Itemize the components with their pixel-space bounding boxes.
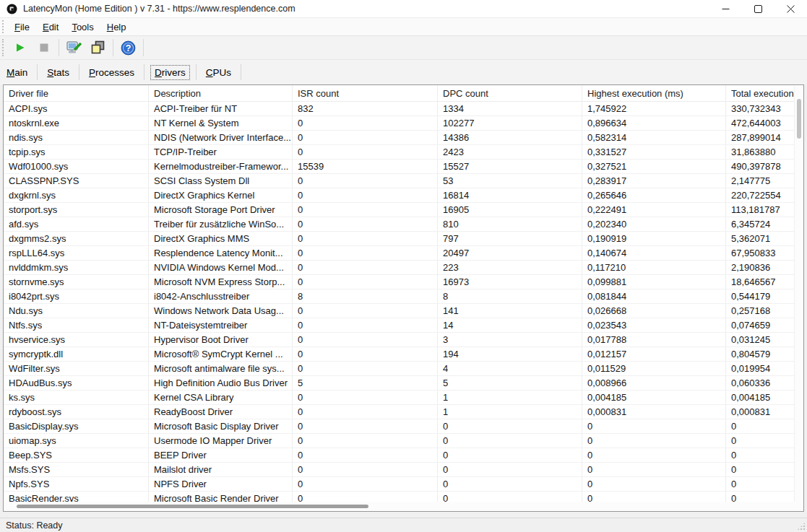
cell-isr-count: 0 — [293, 203, 438, 217]
minimize-icon — [722, 5, 730, 13]
minimize-button[interactable] — [709, 0, 742, 17]
cell-total-execution: 0,019954 — [726, 362, 794, 375]
window-title: LatencyMon (Home Edition ) v 7.31 - http… — [23, 4, 295, 14]
table-row[interactable]: tcpip.sys TCP/IP-Treiber 0 2423 0,331527… — [4, 145, 794, 160]
menu-edit[interactable]: Edit — [36, 19, 65, 35]
table-row[interactable]: stornvme.sys Microsoft NVM Express Storp… — [4, 275, 794, 289]
cell-driver-file: Beep.SYS — [4, 448, 149, 462]
cell-driver-file: rspLLL64.sys — [4, 246, 149, 260]
copy-report-button[interactable] — [87, 38, 108, 58]
cell-driver-file: dxgmms2.sys — [4, 232, 149, 245]
cell-highest-execution: 0,202340 — [582, 217, 726, 231]
cell-isr-count: 0 — [293, 347, 438, 361]
table-row[interactable]: Ndu.sys Windows Network Data Usag... 0 1… — [4, 304, 794, 318]
tab-processes[interactable]: Processes — [89, 64, 134, 81]
toolbar-gripper[interactable] — [2, 39, 5, 56]
column-header-dpc-count[interactable]: DPC count — [438, 85, 582, 101]
stop-monitor-button[interactable] — [33, 38, 54, 58]
column-header-highest-execution[interactable]: Highest execution (ms) — [582, 85, 726, 101]
cell-dpc-count: 223 — [438, 261, 582, 274]
menu-tools[interactable]: Tools — [65, 19, 100, 35]
tab-stats[interactable]: Stats — [47, 64, 69, 81]
tab-cpus[interactable]: CPUs — [206, 64, 231, 81]
table-row[interactable]: i8042prt.sys i8042-Anschlusstreiber 8 8 … — [4, 289, 794, 304]
cell-description: Windows Network Data Usag... — [149, 304, 293, 318]
maximize-button[interactable] — [742, 0, 774, 17]
table-row[interactable]: ndis.sys NDIS (Network Driver Interface.… — [4, 131, 794, 145]
help-button[interactable]: ? — [118, 38, 139, 58]
tab-main[interactable]: Main — [7, 64, 27, 81]
column-header-driver-file[interactable]: Driver file — [4, 85, 149, 101]
table-row[interactable]: BasicDisplay.sys Microsoft Basic Display… — [4, 419, 794, 434]
table-row[interactable]: afd.sys Treiber für zusätzliche WinSo...… — [4, 217, 794, 232]
table-row[interactable]: rspLLL64.sys Resplendence Latency Monit.… — [4, 246, 794, 261]
table-row[interactable]: Msfs.SYS Mailslot driver 0 0 0 0 — [4, 463, 794, 477]
start-monitor-button[interactable] — [9, 38, 30, 58]
cell-highest-execution: 0,140674 — [582, 246, 726, 260]
cell-isr-count: 0 — [293, 333, 438, 346]
menu-file[interactable]: File — [8, 19, 36, 35]
table-row[interactable]: storport.sys Microsoft Storage Port Driv… — [4, 203, 794, 217]
menu-bar: File Edit Tools Help — [0, 17, 807, 35]
close-button[interactable] — [774, 0, 807, 17]
table-row[interactable]: CLASSPNP.SYS SCSI Class System Dll 0 53 … — [4, 174, 794, 188]
column-header-isr-count[interactable]: ISR count — [293, 85, 438, 101]
table-row[interactable]: WdFilter.sys Microsoft antimalware file … — [4, 362, 794, 376]
cell-description: NDIS (Network Driver Interface... — [149, 131, 293, 144]
cell-driver-file: ndis.sys — [4, 131, 149, 144]
cell-dpc-count: 141 — [438, 304, 582, 318]
cell-description: High Definition Audio Bus Driver — [149, 376, 293, 390]
table-row[interactable]: nvlddmkm.sys NVIDIA Windows Kernel Mod..… — [4, 261, 794, 275]
cell-description: Microsoft antimalware file sys... — [149, 362, 293, 375]
table-row[interactable]: BasicRender.sys Microsoft Basic Render D… — [4, 492, 794, 502]
cell-isr-count: 0 — [293, 145, 438, 159]
cell-total-execution: 0 — [726, 434, 794, 448]
table-row[interactable]: Wdf01000.sys Kernelmodustreiber-Framewor… — [4, 160, 794, 174]
status-bar: Status: Ready — [0, 518, 807, 532]
vertical-scrollbar-thumb[interactable] — [797, 99, 801, 139]
cell-highest-execution: 0,099881 — [582, 275, 726, 289]
column-header-total-execution[interactable]: Total execution — [726, 85, 803, 101]
cell-driver-file: Ntfs.sys — [4, 318, 149, 332]
cell-dpc-count: 15527 — [438, 160, 582, 173]
table-row[interactable]: HDAudBus.sys High Definition Audio Bus D… — [4, 376, 794, 391]
table-row[interactable]: ACPI.sys ACPI-Treiber für NT 832 1334 1,… — [4, 102, 794, 116]
edit-options-button[interactable] — [64, 38, 85, 58]
tab-drivers[interactable]: Drivers — [150, 65, 190, 80]
table-row[interactable]: symcryptk.dll Microsoft® SymCrypt Kernel… — [4, 347, 794, 362]
table-row[interactable]: ntoskrnl.exe NT Kernel & System 0 102277… — [4, 116, 794, 131]
cell-isr-count: 0 — [293, 116, 438, 130]
vertical-scrollbar[interactable] — [794, 86, 803, 502]
horizontal-scrollbar-thumb[interactable] — [17, 505, 368, 508]
table-row[interactable]: uiomap.sys Usermode IO Mapper Driver 0 0… — [4, 434, 794, 448]
cell-highest-execution: 0,008966 — [582, 376, 726, 390]
cell-description: ACPI-Treiber für NT — [149, 102, 293, 115]
cell-total-execution: 0,804579 — [726, 347, 794, 361]
table-row[interactable]: dxgkrnl.sys DirectX Graphics Kernel 0 16… — [4, 188, 794, 203]
cell-highest-execution: 0,026668 — [582, 304, 726, 318]
cell-highest-execution: 0,265646 — [582, 188, 726, 202]
table-row[interactable]: dxgmms2.sys DirectX Graphics MMS 0 797 0… — [4, 232, 794, 246]
table-row[interactable]: Npfs.SYS NPFS Driver 0 0 0 0 — [4, 477, 794, 492]
table-row[interactable]: ks.sys Kernel CSA Library 0 1 0,004185 0… — [4, 391, 794, 405]
cell-description: Usermode IO Mapper Driver — [149, 434, 293, 448]
table-row[interactable]: Beep.SYS BEEP Driver 0 0 0 0 — [4, 448, 794, 463]
resize-grip[interactable] — [797, 522, 806, 531]
table-row[interactable]: hvservice.sys Hypervisor Boot Driver 0 3… — [4, 333, 794, 347]
cell-highest-execution: 0 — [582, 463, 726, 476]
cell-total-execution: 490,397878 — [726, 160, 794, 173]
cell-dpc-count: 8 — [438, 289, 582, 303]
table-row[interactable]: Ntfs.sys NT-Dateisystemtreiber 0 14 0,02… — [4, 318, 794, 333]
menu-help[interactable]: Help — [100, 19, 133, 35]
cell-driver-file: storport.sys — [4, 203, 149, 217]
cell-driver-file: rdyboost.sys — [4, 405, 149, 419]
cell-dpc-count: 16814 — [438, 188, 582, 202]
cell-dpc-count: 14386 — [438, 131, 582, 144]
column-header-description[interactable]: Description — [149, 85, 293, 101]
cell-dpc-count: 0 — [438, 492, 582, 502]
table-row[interactable]: rdyboost.sys ReadyBoost Driver 0 1 0,000… — [4, 405, 794, 419]
horizontal-scrollbar[interactable] — [4, 502, 794, 511]
menubar-gripper[interactable] — [2, 20, 5, 33]
table-header: Driver file Description ISR count DPC co… — [4, 85, 803, 102]
toolbar-separator — [113, 39, 113, 56]
